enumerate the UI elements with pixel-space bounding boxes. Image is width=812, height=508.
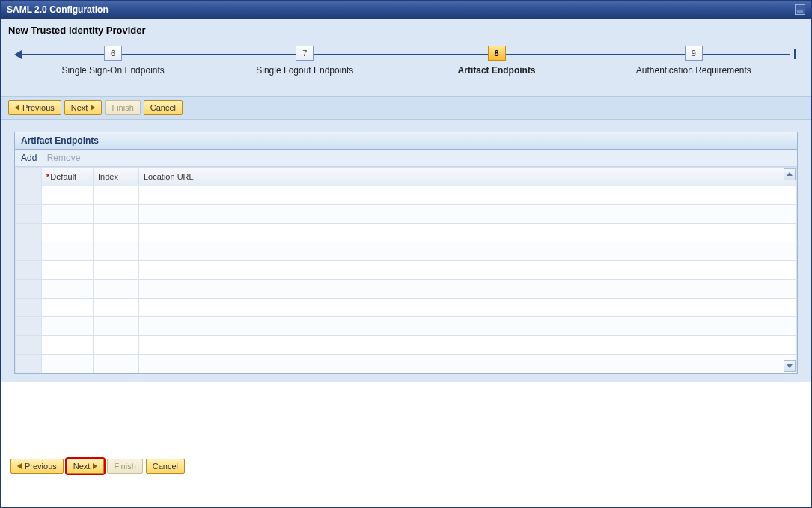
- previous-button[interactable]: Previous: [8, 100, 61, 115]
- triangle-left-icon: [15, 105, 19, 111]
- cancel-button-label: Cancel: [153, 462, 178, 471]
- add-button[interactable]: Add: [21, 153, 37, 163]
- wizard-step-number: 8: [488, 46, 506, 61]
- row-selector[interactable]: [16, 224, 42, 242]
- panel-toolbar: Add Remove: [15, 150, 797, 167]
- wizard-buttons-top: Previous Next Finish Cancel: [1, 96, 811, 120]
- cell-location-url[interactable]: [139, 280, 797, 299]
- table-row[interactable]: [16, 224, 797, 242]
- remove-button: Remove: [47, 153, 81, 163]
- saml-config-window: SAML 2.0 Configuration New Trusted Ident…: [0, 0, 812, 508]
- cell-location-url[interactable]: [139, 317, 797, 336]
- wizard-step[interactable]: 7Single Logout Endpoints: [252, 43, 357, 76]
- wizard-step[interactable]: 6Single Sign-On Endpoints: [61, 43, 165, 76]
- required-star-icon: *: [46, 172, 49, 181]
- row-selector[interactable]: [16, 317, 42, 336]
- triangle-right-icon: [93, 463, 97, 469]
- previous-button-label: Previous: [25, 462, 57, 471]
- cell-default[interactable]: [42, 224, 94, 242]
- finish-button: Finish: [105, 100, 140, 115]
- cell-index[interactable]: [94, 224, 139, 242]
- cell-default[interactable]: [42, 317, 94, 336]
- table-header-row: *Default Index Location URL: [16, 168, 797, 186]
- cell-index[interactable]: [94, 261, 139, 280]
- cell-index[interactable]: [94, 355, 139, 373]
- table-row[interactable]: [16, 242, 797, 261]
- cancel-button-bottom[interactable]: Cancel: [146, 459, 185, 474]
- table-row[interactable]: [16, 186, 797, 205]
- artifact-endpoints-panel: Artifact Endpoints Add Remove *Default I…: [14, 132, 798, 374]
- cell-location-url[interactable]: [139, 186, 797, 205]
- content-area: Artifact Endpoints Add Remove *Default I…: [1, 120, 811, 382]
- endpoints-table: *Default Index Location URL: [15, 167, 797, 373]
- cell-index[interactable]: [94, 299, 139, 317]
- table-row[interactable]: [16, 205, 797, 224]
- table-row[interactable]: [16, 299, 797, 317]
- wizard-step-label: Single Sign-On Endpoints: [61, 65, 164, 76]
- row-selector[interactable]: [16, 336, 42, 355]
- row-selector[interactable]: [16, 280, 42, 299]
- cell-location-url[interactable]: [139, 205, 797, 224]
- cell-default[interactable]: [42, 261, 94, 280]
- cell-location-url[interactable]: [139, 261, 797, 280]
- cell-location-url[interactable]: [139, 336, 797, 355]
- col-location[interactable]: Location URL: [139, 168, 797, 186]
- cell-default[interactable]: [42, 186, 94, 205]
- cell-default[interactable]: [42, 205, 94, 224]
- table-row[interactable]: [16, 280, 797, 299]
- col-default[interactable]: *Default: [42, 168, 94, 186]
- wizard-buttons-bottom: Previous Next Finish Cancel: [1, 455, 811, 477]
- cell-location-url[interactable]: [139, 299, 797, 317]
- col-default-label: Default: [50, 172, 76, 181]
- finish-button-label: Finish: [112, 103, 133, 112]
- finish-button-bottom: Finish: [107, 459, 142, 474]
- cell-index[interactable]: [94, 336, 139, 355]
- wizard-step[interactable]: 8Artifact Endpoints: [445, 43, 549, 76]
- cell-default[interactable]: [42, 299, 94, 317]
- cell-default[interactable]: [42, 355, 94, 373]
- window-title: SAML 2.0 Configuration: [7, 4, 109, 15]
- scroll-up-icon[interactable]: [784, 168, 796, 180]
- cell-default[interactable]: [42, 336, 94, 355]
- table-row[interactable]: [16, 336, 797, 355]
- table-row[interactable]: [16, 355, 797, 373]
- row-selector[interactable]: [16, 186, 42, 205]
- cell-location-url[interactable]: [139, 224, 797, 242]
- cell-default[interactable]: [42, 242, 94, 261]
- cell-location-url[interactable]: [139, 242, 797, 261]
- row-selector[interactable]: [16, 242, 42, 261]
- row-selector[interactable]: [16, 205, 42, 224]
- table-row[interactable]: [16, 317, 797, 336]
- triangle-left-icon: [17, 463, 22, 469]
- next-button-bottom[interactable]: Next: [67, 459, 105, 474]
- cell-index[interactable]: [94, 242, 139, 261]
- cell-index[interactable]: [94, 205, 139, 224]
- cell-index[interactable]: [94, 280, 139, 299]
- row-selector[interactable]: [16, 261, 42, 280]
- cell-location-url[interactable]: [139, 355, 797, 373]
- row-selector[interactable]: [16, 299, 42, 317]
- finish-button-label: Finish: [114, 462, 135, 471]
- table-row[interactable]: [16, 261, 797, 280]
- cell-default[interactable]: [42, 280, 94, 299]
- window-restore-icon[interactable]: [795, 4, 805, 15]
- wizard-step-label: Artifact Endpoints: [458, 65, 536, 76]
- col-selector: [16, 168, 42, 186]
- row-selector[interactable]: [16, 355, 42, 373]
- wizard-step-label: Single Logout Endpoints: [256, 65, 353, 76]
- wizard-step[interactable]: 9Authentication Requirements: [636, 43, 751, 76]
- next-button[interactable]: Next: [64, 100, 103, 115]
- cell-index[interactable]: [94, 317, 139, 336]
- wizard-roadmap: 6Single Sign-On Endpoints7Single Logout …: [1, 40, 811, 96]
- scroll-down-icon[interactable]: [784, 360, 796, 372]
- wizard-step-label: Authentication Requirements: [636, 65, 751, 76]
- previous-button-bottom[interactable]: Previous: [10, 459, 64, 474]
- cancel-button[interactable]: Cancel: [144, 100, 183, 115]
- cell-index[interactable]: [94, 186, 139, 205]
- panel-title: Artifact Endpoints: [15, 132, 797, 150]
- wizard-step-number: 9: [685, 46, 703, 61]
- triangle-right-icon: [91, 105, 95, 111]
- wizard-step-number: 7: [296, 46, 314, 61]
- table-wrapper: *Default Index Location URL: [15, 167, 797, 373]
- col-index[interactable]: Index: [94, 168, 139, 186]
